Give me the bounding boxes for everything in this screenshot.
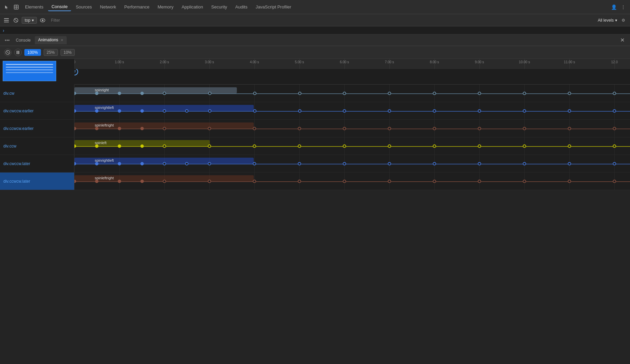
keyframe-dot-4-3[interactable] bbox=[140, 162, 144, 165]
keyframe-dot-3-8[interactable] bbox=[343, 144, 346, 148]
user-icon[interactable]: 👤 bbox=[610, 3, 618, 11]
keyframe-dot-2-9[interactable] bbox=[388, 127, 391, 130]
keyframe-dot-5-2[interactable] bbox=[118, 180, 121, 183]
keyframe-dot-0-4[interactable] bbox=[163, 92, 166, 95]
track-label-4[interactable]: div.cwccw.later bbox=[0, 155, 74, 172]
keyframe-dot-2-5[interactable] bbox=[208, 127, 211, 130]
eye-btn[interactable] bbox=[39, 17, 46, 24]
sub-tab-animations[interactable]: Animations ✕ bbox=[35, 36, 67, 44]
keyframe-dot-0-2[interactable] bbox=[118, 92, 121, 95]
keyframe-dot-0-7[interactable] bbox=[298, 92, 301, 95]
keyframe-dot-5-3[interactable] bbox=[140, 180, 144, 183]
keyframe-dot-5-1[interactable] bbox=[95, 180, 98, 183]
keyframe-dot-0-14[interactable] bbox=[613, 92, 616, 95]
keyframe-dot-1-10[interactable] bbox=[388, 109, 391, 113]
keyframe-dot-5-9[interactable] bbox=[388, 180, 391, 183]
keyframe-dot-5-14[interactable] bbox=[613, 180, 616, 183]
keyframe-dot-1-7[interactable] bbox=[253, 109, 256, 113]
keyframe-dot-5-7[interactable] bbox=[298, 180, 301, 183]
keyframe-dot-4-14[interactable] bbox=[568, 162, 571, 165]
keyframe-dot-3-6[interactable] bbox=[253, 144, 256, 148]
close-animations-tab[interactable]: ✕ bbox=[61, 38, 63, 42]
keyframe-dot-3-12[interactable] bbox=[523, 144, 526, 148]
filter-input[interactable] bbox=[48, 17, 596, 23]
keyframe-dot-4-7[interactable] bbox=[253, 162, 256, 165]
sub-tab-console[interactable]: Console bbox=[13, 37, 34, 44]
keyframe-dot-3-2[interactable] bbox=[118, 144, 121, 148]
log-level-selector[interactable]: All levels ▾ bbox=[598, 18, 617, 23]
tab-security[interactable]: Security bbox=[208, 3, 230, 11]
keyframe-dot-2-2[interactable] bbox=[118, 127, 121, 130]
track-label-1[interactable]: div.cwccw.earlier bbox=[0, 102, 74, 119]
keyframe-dot-1-5[interactable] bbox=[185, 109, 188, 113]
keyframe-dot-0-8[interactable] bbox=[343, 92, 346, 95]
keyframe-dot-3-13[interactable] bbox=[568, 144, 571, 148]
speed-25-btn[interactable]: 25% bbox=[44, 49, 58, 56]
keyframe-dot-3-5[interactable] bbox=[208, 144, 211, 148]
keyframe-dot-2-3[interactable] bbox=[140, 127, 144, 130]
more-icon[interactable]: ⋮ bbox=[619, 3, 627, 11]
keyframe-dot-0-3[interactable] bbox=[140, 92, 144, 95]
keyframe-dot-5-6[interactable] bbox=[253, 180, 256, 183]
clear-console-btn[interactable] bbox=[12, 17, 20, 24]
keyframe-dot-4-6[interactable] bbox=[208, 162, 211, 165]
keyframe-dot-5-12[interactable] bbox=[523, 180, 526, 183]
keyframe-dot-3-11[interactable] bbox=[478, 144, 481, 148]
keyframe-dot-4-4[interactable] bbox=[163, 162, 166, 165]
keyframe-dot-3-10[interactable] bbox=[433, 144, 436, 148]
keyframe-dot-5-13[interactable] bbox=[568, 180, 571, 183]
cursor-icon[interactable] bbox=[3, 3, 11, 11]
keyframe-dot-2-12[interactable] bbox=[523, 127, 526, 130]
keyframe-dot-5-11[interactable] bbox=[478, 180, 481, 183]
inspect-icon[interactable] bbox=[12, 3, 20, 11]
tab-network[interactable]: Network bbox=[97, 3, 120, 11]
keyframe-dot-1-6[interactable] bbox=[208, 109, 211, 113]
keyframe-dot-1-0[interactable] bbox=[74, 109, 76, 113]
keyframe-dot-4-5[interactable] bbox=[185, 162, 188, 165]
clear-animation-btn[interactable] bbox=[4, 49, 12, 56]
keyframe-dot-0-0[interactable] bbox=[74, 92, 76, 95]
keyframe-dot-0-10[interactable] bbox=[433, 92, 436, 95]
keyframe-dot-4-13[interactable] bbox=[523, 162, 526, 165]
keyframe-dot-2-7[interactable] bbox=[298, 127, 301, 130]
keyframe-dot-0-6[interactable] bbox=[253, 92, 256, 95]
keyframe-dot-2-10[interactable] bbox=[433, 127, 436, 130]
keyframe-dot-1-14[interactable] bbox=[568, 109, 571, 113]
sidebar-toggle-btn[interactable] bbox=[3, 17, 10, 24]
keyframe-dot-3-14[interactable] bbox=[613, 144, 616, 148]
keyframe-dot-1-1[interactable] bbox=[95, 109, 98, 113]
keyframe-dot-0-5[interactable] bbox=[208, 92, 211, 95]
tab-console[interactable]: Console bbox=[48, 3, 71, 11]
keyframe-dot-0-12[interactable] bbox=[523, 92, 526, 95]
keyframe-dot-4-0[interactable] bbox=[74, 162, 76, 165]
keyframe-dot-2-13[interactable] bbox=[568, 127, 571, 130]
keyframe-dot-2-4[interactable] bbox=[163, 127, 166, 130]
keyframe-dot-2-6[interactable] bbox=[253, 127, 256, 130]
keyframe-dot-3-9[interactable] bbox=[388, 144, 391, 148]
keyframe-dot-2-8[interactable] bbox=[343, 127, 346, 130]
track-label-0[interactable]: div.cw bbox=[0, 85, 74, 102]
tab-elements[interactable]: Elements bbox=[22, 3, 47, 11]
speed-10-btn[interactable]: 10% bbox=[61, 49, 75, 56]
keyframe-dot-1-13[interactable] bbox=[523, 109, 526, 113]
keyframe-dot-5-8[interactable] bbox=[343, 180, 346, 183]
track-label-5[interactable]: div.ccwcw.later bbox=[0, 173, 74, 190]
keyframe-dot-1-4[interactable] bbox=[163, 109, 166, 113]
keyframe-dot-4-1[interactable] bbox=[95, 162, 98, 165]
keyframe-dot-5-10[interactable] bbox=[433, 180, 436, 183]
keyframe-dot-4-12[interactable] bbox=[478, 162, 481, 165]
tab-audits[interactable]: Audits bbox=[232, 3, 251, 11]
keyframe-dot-4-9[interactable] bbox=[343, 162, 346, 165]
keyframe-dot-3-3[interactable] bbox=[140, 144, 144, 148]
tab-sources[interactable]: Sources bbox=[72, 3, 95, 11]
keyframe-dot-4-2[interactable] bbox=[118, 162, 121, 165]
tab-js-profiler[interactable]: JavaScript Profiler bbox=[252, 3, 294, 11]
keyframe-dot-4-15[interactable] bbox=[613, 162, 616, 165]
keyframe-dot-1-8[interactable] bbox=[298, 109, 301, 113]
frame-selector[interactable]: top ▾ bbox=[22, 17, 37, 24]
keyframe-dot-4-10[interactable] bbox=[388, 162, 391, 165]
keyframe-dot-0-9[interactable] bbox=[388, 92, 391, 95]
tab-memory[interactable]: Memory bbox=[154, 3, 177, 11]
keyframe-dot-5-0[interactable] bbox=[74, 180, 76, 183]
keyframe-dot-1-2[interactable] bbox=[118, 109, 121, 113]
